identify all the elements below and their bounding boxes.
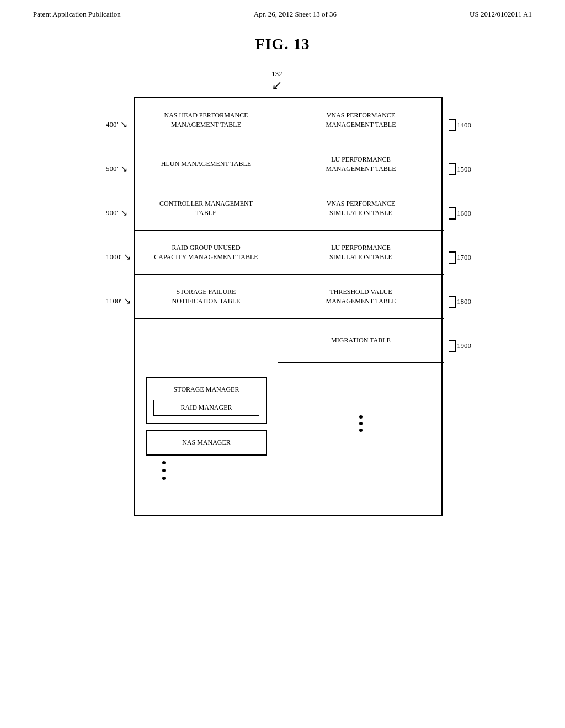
- cell-lu-perf: LU PERFORMANCEMANAGEMENT TABLE: [278, 142, 444, 186]
- right-label-1800: 1800: [447, 296, 471, 308]
- storage-manager-label: STORAGE MANAGER: [153, 382, 259, 397]
- bottom-dot-2: [162, 469, 166, 472]
- page-header: Patent Application Publication Apr. 26, …: [0, 0, 565, 19]
- outer-box: NAS HEAD PERFORMANCEMANAGEMENT TABLE HLU…: [134, 97, 443, 516]
- cell-lu-sim: LU PERFORMANCESIMULATION TABLE: [278, 231, 444, 275]
- dot-1: [359, 415, 363, 419]
- left-label-1100: 1100' ↘: [106, 296, 131, 306]
- cell-storage-failure: STORAGE FAILURENOTIFICATION TABLE: [135, 275, 278, 319]
- right-label-1600: 1600: [447, 207, 471, 220]
- cell-controller: CONTROLLER MANAGEMENTTABLE: [135, 186, 278, 231]
- cell-vnas-perf: VNAS PERFORMANCEMANAGEMENT TABLE: [278, 98, 444, 142]
- left-label-500: 500' ↘: [106, 163, 127, 174]
- dot-2: [359, 422, 363, 425]
- right-label-1400: 1400: [447, 119, 471, 131]
- cell-threshold: THRESHOLD VALUEMANAGEMENT TABLE: [278, 275, 444, 319]
- left-label-1000: 1000' ↘: [106, 251, 131, 262]
- cell-raid-group: RAID GROUP UNUSEDCAPACITY MANAGEMENT TAB…: [135, 231, 278, 275]
- nas-manager-box: NAS MANAGER: [146, 430, 267, 456]
- raid-manager-label: RAID MANAGER: [153, 400, 259, 416]
- managers-section: STORAGE MANAGER RAID MANAGER NAS MANAGER: [135, 368, 278, 488]
- bottom-dot-1: [162, 461, 166, 464]
- left-column: NAS HEAD PERFORMANCEMANAGEMENT TABLE HLU…: [135, 98, 278, 368]
- diagram-area: 132 ↙ 400' ↘ 500' ↘ 900' ↘ 1000' ↘ 1100'…: [84, 69, 481, 522]
- right-dots-area: [278, 407, 444, 440]
- header-right: US 2012/0102011 A1: [470, 10, 532, 19]
- figure-title: FIG. 13: [0, 35, 565, 53]
- left-label-400: 400' ↘: [106, 119, 127, 130]
- header-left: Patent Application Publication: [33, 10, 121, 19]
- ref-132-label: 132 ↙: [271, 69, 282, 93]
- right-column: VNAS PERFORMANCEMANAGEMENT TABLE LU PERF…: [278, 98, 444, 407]
- cell-vnas-sim: VNAS PERFORMANCESIMULATION TABLE: [278, 186, 444, 231]
- cell-nas-head-perf: NAS HEAD PERFORMANCEMANAGEMENT TABLE: [135, 98, 278, 142]
- left-label-900: 900' ↘: [106, 207, 127, 218]
- storage-manager-box: STORAGE MANAGER RAID MANAGER: [146, 377, 267, 424]
- right-label-1700: 1700: [447, 251, 471, 264]
- right-label-1900: 1900: [447, 340, 471, 352]
- cell-migration: MIGRATION TABLE: [278, 319, 444, 363]
- dot-3: [359, 429, 363, 432]
- nas-manager-label: NAS MANAGER: [153, 435, 259, 450]
- cell-hlun: HLUN MANAGEMENT TABLE: [135, 142, 278, 186]
- right-label-1500: 1500: [447, 163, 471, 175]
- bottom-dot-3: [162, 477, 166, 480]
- header-center: Apr. 26, 2012 Sheet 13 of 36: [254, 10, 337, 19]
- bottom-dots: [146, 461, 267, 480]
